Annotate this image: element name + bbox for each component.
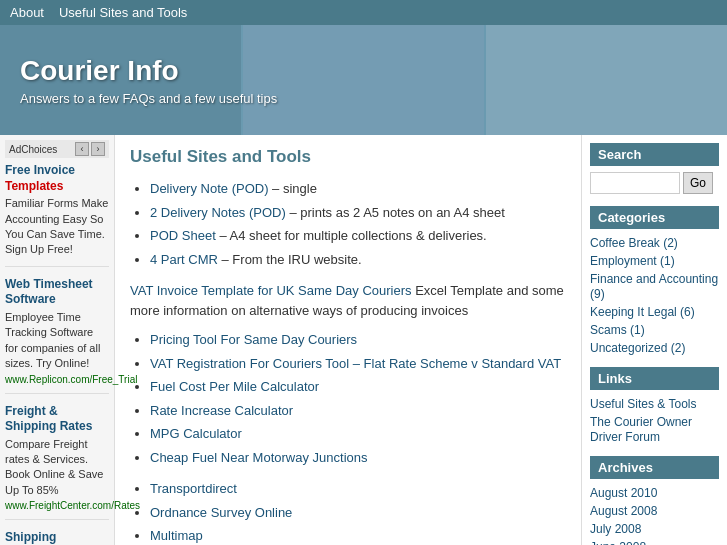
category-item: Coffee Break (2) xyxy=(590,235,719,250)
link-fuel-cost[interactable]: Fuel Cost Per Mile Calculator xyxy=(150,379,319,394)
list-item: Transportdirect xyxy=(150,479,566,499)
categories-section: Categories Coffee Break (2) Employment (… xyxy=(590,206,719,355)
nav-about[interactable]: About xyxy=(10,5,44,20)
category-link-legal[interactable]: Keeping It Legal (6) xyxy=(590,305,695,319)
archive-aug-2010[interactable]: August 2010 xyxy=(590,486,657,500)
right-sidebar: Search Go Categories Coffee Break (2) Em… xyxy=(582,135,727,545)
left-sidebar: AdChoices ‹ › Free Invoice Templates Fam… xyxy=(0,135,115,545)
site-subtitle: Answers to a few FAQs and a few useful t… xyxy=(20,91,277,106)
search-box: Go xyxy=(590,172,719,194)
archives-list: August 2010 August 2008 July 2008 June 2… xyxy=(590,485,719,545)
category-item: Uncategorized (2) xyxy=(590,340,719,355)
nav-useful-sites[interactable]: Useful Sites and Tools xyxy=(59,5,187,20)
ad-2-body: Employee Time Tracking Software for comp… xyxy=(5,310,109,372)
category-item: Finance and Accounting (9) xyxy=(590,271,719,301)
link-cheap-fuel[interactable]: Cheap Fuel Near Motorway Junctions xyxy=(150,450,368,465)
link-pod-sheet[interactable]: POD Sheet xyxy=(150,228,216,243)
links-list: Useful Sites & Tools The Courier Owner D… xyxy=(590,396,719,444)
link-4-part-cmr[interactable]: 4 Part CMR xyxy=(150,252,218,267)
vat-paragraph: VAT Invoice Template for UK Same Day Cou… xyxy=(130,281,566,320)
search-section: Search Go xyxy=(590,143,719,194)
link-pricing-tool[interactable]: Pricing Tool For Same Day Couriers xyxy=(150,332,357,347)
ad-block-3: Freight & Shipping Rates Compare Freight… xyxy=(5,404,109,521)
link-item: Useful Sites & Tools xyxy=(590,396,719,411)
ad-prev-btn[interactable]: ‹ xyxy=(75,142,89,156)
link-vat-invoice[interactable]: VAT Invoice Template for UK Same Day Cou… xyxy=(130,283,412,298)
category-link-finance[interactable]: Finance and Accounting (9) xyxy=(590,272,718,301)
banner-img-3 xyxy=(486,25,727,135)
category-link-scams[interactable]: Scams (1) xyxy=(590,323,645,337)
ad-3-url: www.FreightCenter.com/Rates xyxy=(5,500,109,511)
banner-text: Courier Info Answers to a few FAQs and a… xyxy=(0,40,297,121)
link-rate-increase[interactable]: Rate Increase Calculator xyxy=(150,403,293,418)
site-title: Courier Info xyxy=(20,55,277,87)
ad-3-title[interactable]: Freight & Shipping Rates xyxy=(5,404,109,435)
categories-list: Coffee Break (2) Employment (1) Finance … xyxy=(590,235,719,355)
link-mpg-calculator[interactable]: MPG Calculator xyxy=(150,426,242,441)
archive-aug-2008[interactable]: August 2008 xyxy=(590,504,657,518)
ad-1-title-highlight: Templates xyxy=(5,179,63,193)
ad-block-1: Free Invoice Templates Familiar Forms Ma… xyxy=(5,163,109,267)
link-courier-forum[interactable]: The Courier Owner Driver Forum xyxy=(590,415,692,444)
list-item: Delivery Note (POD) – single xyxy=(150,179,566,199)
search-button[interactable]: Go xyxy=(683,172,713,194)
category-item: Scams (1) xyxy=(590,322,719,337)
list-item: 4 Part CMR – From the IRU website. xyxy=(150,250,566,270)
ad-block-2: Web Timesheet Software Employee Time Tra… xyxy=(5,277,109,394)
archive-item: July 2008 xyxy=(590,521,719,536)
link-multimap[interactable]: Multimap xyxy=(150,528,203,543)
ad-1-body: Familiar Forms Make Accounting Easy So Y… xyxy=(5,196,109,258)
content-list-1: Delivery Note (POD) – single 2 Delivery … xyxy=(130,179,566,269)
list-item: MPG Calculator xyxy=(150,424,566,444)
category-item: Keeping It Legal (6) xyxy=(590,304,719,319)
search-input[interactable] xyxy=(590,172,680,194)
list-item: 2 Delivery Notes (POD) – prints as 2 A5 … xyxy=(150,203,566,223)
archive-item: June 2008 xyxy=(590,539,719,545)
link-2-delivery-notes[interactable]: 2 Delivery Notes (POD) xyxy=(150,205,286,220)
list-item: Cheap Fuel Near Motorway Junctions xyxy=(150,448,566,468)
list-item: Multimap xyxy=(150,526,566,545)
categories-title: Categories xyxy=(590,206,719,229)
archive-jul-2008[interactable]: July 2008 xyxy=(590,522,641,536)
list-item: Ordnance Survey Online xyxy=(150,503,566,523)
link-delivery-note[interactable]: Delivery Note (POD) xyxy=(150,181,268,196)
ad-4-title[interactable]: Shipping Services xyxy=(5,530,109,545)
top-navigation: About Useful Sites and Tools xyxy=(0,0,727,25)
ad-2-url: www.Replicon.com/Free_Trial xyxy=(5,374,109,385)
list-item: VAT Registration For Couriers Tool – Fla… xyxy=(150,354,566,374)
ad-choices-nav: ‹ › xyxy=(75,142,105,156)
list-item: Fuel Cost Per Mile Calculator xyxy=(150,377,566,397)
content-heading: Useful Sites and Tools xyxy=(130,147,566,167)
category-item: Employment (1) xyxy=(590,253,719,268)
ad-next-btn[interactable]: › xyxy=(91,142,105,156)
archive-item: August 2008 xyxy=(590,503,719,518)
ad-block-4: Shipping Services Search Top Rated Shipp… xyxy=(5,530,109,545)
main-layout: AdChoices ‹ › Free Invoice Templates Fam… xyxy=(0,135,727,545)
links-section: Links Useful Sites & Tools The Courier O… xyxy=(590,367,719,444)
ad-3-body: Compare Freight rates & Services. Book O… xyxy=(5,437,109,499)
banner: Courier Info Answers to a few FAQs and a… xyxy=(0,25,727,135)
link-vat-registration[interactable]: VAT Registration For Couriers Tool – Fla… xyxy=(150,356,561,371)
ad-choices-bar: AdChoices ‹ › xyxy=(5,140,109,158)
link-useful-sites[interactable]: Useful Sites & Tools xyxy=(590,397,697,411)
archives-section: Archives August 2010 August 2008 July 20… xyxy=(590,456,719,545)
list-item: POD Sheet – A4 sheet for multiple collec… xyxy=(150,226,566,246)
link-transportdirect[interactable]: Transportdirect xyxy=(150,481,237,496)
content-list-2: Pricing Tool For Same Day Couriers VAT R… xyxy=(130,330,566,467)
archives-title: Archives xyxy=(590,456,719,479)
category-link-uncategorized[interactable]: Uncategorized (2) xyxy=(590,341,685,355)
category-link-employment[interactable]: Employment (1) xyxy=(590,254,675,268)
ad-choices-label: AdChoices xyxy=(9,144,57,155)
link-ordnance-survey[interactable]: Ordnance Survey Online xyxy=(150,505,292,520)
ad-1-title[interactable]: Free Invoice Templates xyxy=(5,163,109,194)
archive-item: August 2010 xyxy=(590,485,719,500)
links-title: Links xyxy=(590,367,719,390)
content-list-3: Transportdirect Ordnance Survey Online M… xyxy=(130,479,566,545)
ad-2-title[interactable]: Web Timesheet Software xyxy=(5,277,109,308)
main-content: Useful Sites and Tools Delivery Note (PO… xyxy=(115,135,582,545)
link-item: The Courier Owner Driver Forum xyxy=(590,414,719,444)
archive-jun-2008[interactable]: June 2008 xyxy=(590,540,646,545)
category-link-coffee-break[interactable]: Coffee Break (2) xyxy=(590,236,678,250)
search-title: Search xyxy=(590,143,719,166)
list-item: Rate Increase Calculator xyxy=(150,401,566,421)
